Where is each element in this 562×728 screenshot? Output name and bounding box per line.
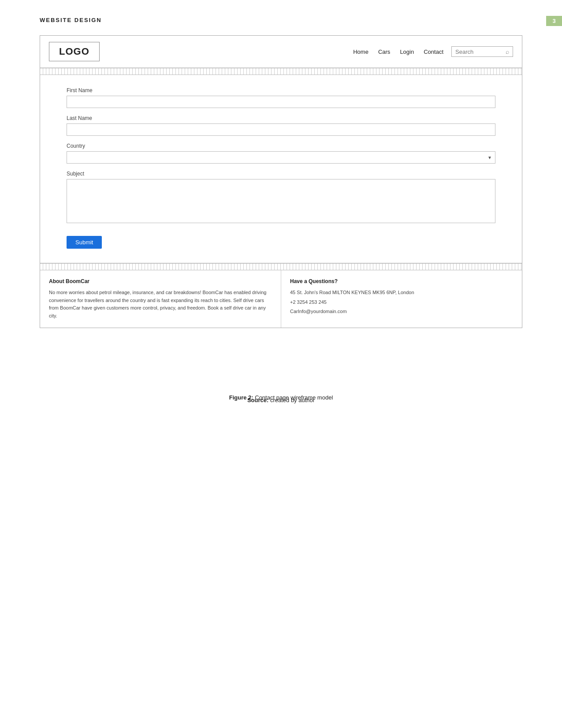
nav-links: Home Cars Login Contact <box>353 49 443 55</box>
wireframe-container: LOGO Home Cars Login Contact ⌕ First Nam… <box>40 35 522 328</box>
contact-form-section: First Name Last Name Country ▼ Subject S… <box>40 75 522 263</box>
nav-contact[interactable]: Contact <box>424 49 443 55</box>
footer-about: About BoomCar No more worries about petr… <box>40 270 281 328</box>
section-title: WEBSITE DESIGN <box>40 17 102 23</box>
footer-section: About BoomCar No more worries about petr… <box>40 270 522 328</box>
search-box[interactable]: ⌕ <box>451 46 513 57</box>
first-name-group: First Name <box>67 87 495 108</box>
submit-button[interactable]: Submit <box>67 236 102 249</box>
footer-about-text: No more worries about petrol mileage, in… <box>49 289 272 320</box>
page-number-badge: 3 <box>546 16 562 26</box>
search-icon: ⌕ <box>506 48 509 55</box>
country-label: Country <box>67 143 495 149</box>
subject-label: Subject <box>67 171 495 177</box>
subject-group: Subject <box>67 171 495 224</box>
nav-login[interactable]: Login <box>400 49 414 55</box>
subject-textarea[interactable] <box>67 179 495 223</box>
torn-line-top <box>40 68 522 75</box>
country-select-wrapper: ▼ <box>67 151 495 164</box>
footer-address: 45 St. John's Road MILTON KEYNES MK95 6N… <box>290 289 513 297</box>
nav-home[interactable]: Home <box>353 49 368 55</box>
footer-about-heading: About BoomCar <box>49 278 272 284</box>
footer-phone: +2 3254 253 245 <box>290 299 513 306</box>
first-name-input[interactable] <box>67 96 495 108</box>
logo: LOGO <box>49 42 100 61</box>
footer-contact-heading: Have a Questions? <box>290 278 513 284</box>
nav-bar: LOGO Home Cars Login Contact ⌕ <box>40 36 522 68</box>
source-caption: Source: created by author <box>0 397 562 403</box>
footer-email: CarInfo@yourdomain.com <box>290 308 513 316</box>
first-name-label: First Name <box>67 87 495 93</box>
source-text: created by author <box>270 397 315 403</box>
footer-contact: Have a Questions? 45 St. John's Road MIL… <box>281 270 522 328</box>
country-group: Country ▼ <box>67 143 495 164</box>
search-input[interactable] <box>455 49 504 55</box>
last-name-input[interactable] <box>67 123 495 136</box>
last-name-group: Last Name <box>67 115 495 136</box>
country-select[interactable] <box>67 151 495 164</box>
last-name-label: Last Name <box>67 115 495 121</box>
torn-line-bottom <box>40 263 522 270</box>
nav-cars[interactable]: Cars <box>378 49 390 55</box>
source-label: Source: <box>247 397 268 403</box>
